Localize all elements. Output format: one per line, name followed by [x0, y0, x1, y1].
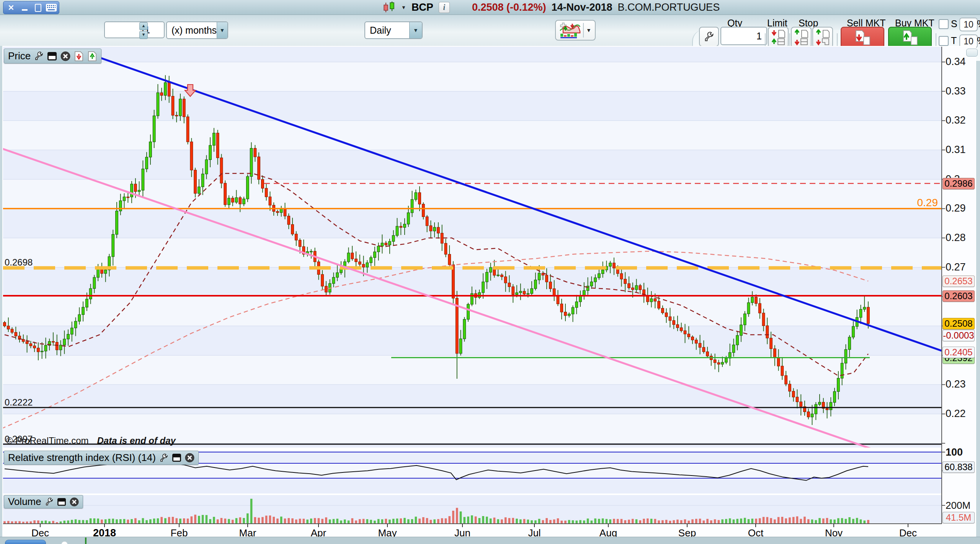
info-button[interactable]: i: [439, 2, 450, 13]
trading-platform-window: ✕ ▼ BCP: [0, 0, 980, 544]
title-bar: ✕ ▼ BCP: [0, 0, 980, 15]
wrench-icon: [704, 31, 714, 42]
price-detach-button[interactable]: [47, 52, 57, 61]
rsi-panel-title: Relative strength index (RSI) (14): [8, 452, 156, 464]
chart-style-icon: [559, 22, 581, 38]
last-price-change: 0.2508 (-0.12%): [472, 2, 546, 13]
trailing-letter: T: [951, 35, 957, 46]
rsi-panel-header: Relative strength index (RSI) (14): [4, 451, 199, 465]
stop-order-button[interactable]: [791, 27, 812, 48]
bottom-green-marker: [85, 537, 87, 544]
price-panel-title: Price: [8, 50, 31, 62]
price-panel-header: Price: [4, 49, 101, 64]
trailing-stop-button[interactable]: [812, 27, 833, 48]
instrument-header: ▼ BCP i 0.2508 (-0.12%) 14-Nov-2018 B.CO…: [383, 0, 720, 15]
window-icon: [57, 498, 66, 506]
data-note: Data is end of day: [97, 435, 176, 446]
trailing-checkbox[interactable]: [939, 36, 949, 46]
wrench-icon: [34, 51, 44, 61]
trailing-stop-icon: [815, 29, 830, 46]
page-down-icon: [74, 51, 84, 61]
symbol-dropdown-caret[interactable]: ▼: [401, 5, 406, 10]
price-settings-button[interactable]: [34, 51, 44, 61]
window-icon: [172, 453, 181, 462]
time-axis[interactable]: [3, 524, 975, 536]
chevron-down-icon[interactable]: ▼: [409, 22, 422, 38]
keyboard-button[interactable]: [45, 3, 57, 13]
price-axis[interactable]: [942, 47, 975, 524]
chevron-down-icon[interactable]: ▼: [586, 27, 591, 33]
close-window-button[interactable]: ✕: [5, 3, 17, 13]
keyboard-icon: [46, 3, 57, 12]
page-up-icon: [87, 51, 97, 61]
bottom-toolbar-button[interactable]: [5, 540, 46, 544]
quote-date: 14-Nov-2018: [552, 2, 612, 13]
wrench-icon: [159, 453, 168, 463]
instrument-name: B.COM.PORTUGUES: [618, 2, 720, 13]
rsi-close-button[interactable]: [185, 453, 194, 463]
buy-order-icon: [901, 30, 919, 46]
bottom-indicator-dot: [61, 541, 68, 544]
window-icon: [47, 52, 57, 61]
sell-order-icon: [854, 30, 871, 46]
wrench-icon: [45, 497, 54, 506]
close-icon: [60, 51, 70, 61]
stop-loss-letter: S: [951, 18, 957, 29]
stop-loss-percent-sign: %: [977, 18, 980, 29]
qty-input[interactable]: [720, 27, 767, 45]
symbol-label: BCP: [412, 2, 433, 13]
volume-panel-header: Volume: [4, 495, 83, 508]
limit-order-button[interactable]: [768, 27, 789, 48]
price-close-button[interactable]: [60, 51, 70, 61]
order-settings-button[interactable]: [699, 27, 719, 47]
candlestick-icon: [383, 1, 396, 13]
range-unit-value: (x) months: [167, 25, 217, 36]
timeframe-dropdown[interactable]: Daily ▼: [364, 21, 423, 39]
stop-loss-percent-input[interactable]: [959, 18, 978, 31]
trailing-percent-sign: %: [977, 35, 980, 46]
price-move-up-button[interactable]: [87, 51, 97, 61]
price-move-down-button[interactable]: [74, 51, 84, 61]
timeframe-value: Daily: [365, 25, 409, 36]
stop-order-icon: [794, 29, 808, 46]
volume-close-button[interactable]: [70, 497, 79, 507]
close-icon: [70, 497, 79, 507]
chart-toolbar: ▲ ▼ (x) months ▼ Daily ▼: [0, 15, 980, 46]
volume-detach-button[interactable]: [57, 498, 66, 506]
rsi-settings-button[interactable]: [159, 453, 168, 463]
rsi-detach-button[interactable]: [172, 453, 181, 462]
axis-corner-button[interactable]: [966, 49, 978, 57]
close-icon: [185, 453, 194, 463]
range-value-input[interactable]: [104, 21, 165, 38]
chart-style-button[interactable]: ▼: [555, 20, 596, 41]
minimize-icon: [22, 9, 28, 11]
spinner-down-button[interactable]: ▼: [139, 31, 148, 39]
range-unit-dropdown[interactable]: (x) months ▼: [166, 21, 228, 39]
limit-order-icon: [771, 29, 786, 46]
minimize-window-button[interactable]: [18, 3, 31, 13]
spinner-up-button[interactable]: ▲: [139, 22, 148, 30]
maximize-window-button[interactable]: [32, 3, 44, 13]
volume-panel-title: Volume: [8, 496, 41, 508]
range-spinner: ▲ ▼: [139, 22, 148, 39]
bottom-bar: [0, 537, 980, 544]
window-controls: ✕: [3, 1, 59, 14]
volume-settings-button[interactable]: [45, 497, 54, 506]
maximize-icon: [35, 4, 41, 12]
chevron-down-icon[interactable]: ▼: [217, 22, 227, 38]
copyright-note: © ProRealTime.comData is end of day: [6, 435, 176, 446]
stop-loss-checkbox[interactable]: [939, 19, 949, 29]
